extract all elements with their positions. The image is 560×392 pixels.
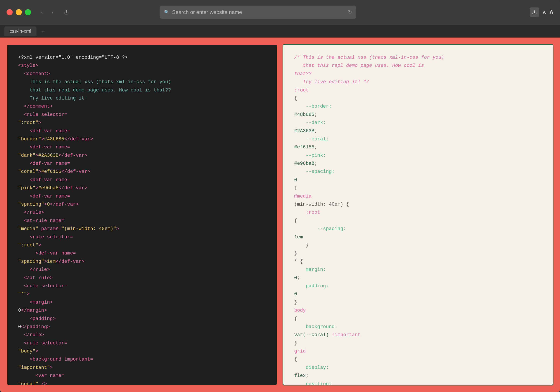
- reload-button[interactable]: ↻: [348, 9, 352, 15]
- nav-buttons: ‹ ›: [38, 8, 57, 17]
- minimize-button[interactable]: [16, 9, 22, 15]
- css-panel: /* This is the actual xss (thats xml-in-…: [283, 44, 553, 385]
- xml-code[interactable]: <?xml version="1.0" encoding="UTF-8"?> <…: [7, 45, 277, 385]
- share-button[interactable]: [62, 8, 71, 17]
- address-input[interactable]: Search or enter website name: [172, 9, 345, 15]
- tab-title: css-in-xml: [10, 28, 31, 34]
- tab-bar: css-in-xml +: [0, 24, 560, 38]
- title-bar: ‹ › 🔍 Search or enter website name ↻: [0, 0, 560, 24]
- address-bar[interactable]: 🔍 Search or enter website name ↻: [160, 6, 356, 19]
- back-button[interactable]: ‹: [38, 8, 46, 17]
- active-tab[interactable]: css-in-xml: [4, 26, 37, 36]
- maximize-button[interactable]: [25, 9, 31, 15]
- traffic-lights: [7, 9, 31, 15]
- forward-button[interactable]: ›: [48, 8, 57, 17]
- search-icon: 🔍: [164, 10, 170, 15]
- close-button[interactable]: [7, 9, 13, 15]
- new-tab-button[interactable]: +: [39, 27, 47, 35]
- content-area: <?xml version="1.0" encoding="UTF-8"?> <…: [0, 38, 560, 392]
- font-small-button[interactable]: A: [543, 10, 546, 15]
- css-code[interactable]: /* This is the actual xss (thats xml-in-…: [283, 45, 553, 385]
- xml-panel: <?xml version="1.0" encoding="UTF-8"?> <…: [7, 44, 277, 385]
- font-large-button[interactable]: A: [549, 9, 553, 16]
- toolbar-right: A A: [530, 7, 553, 17]
- download-button[interactable]: [530, 7, 539, 17]
- browser-window: ‹ › 🔍 Search or enter website name ↻: [0, 0, 560, 392]
